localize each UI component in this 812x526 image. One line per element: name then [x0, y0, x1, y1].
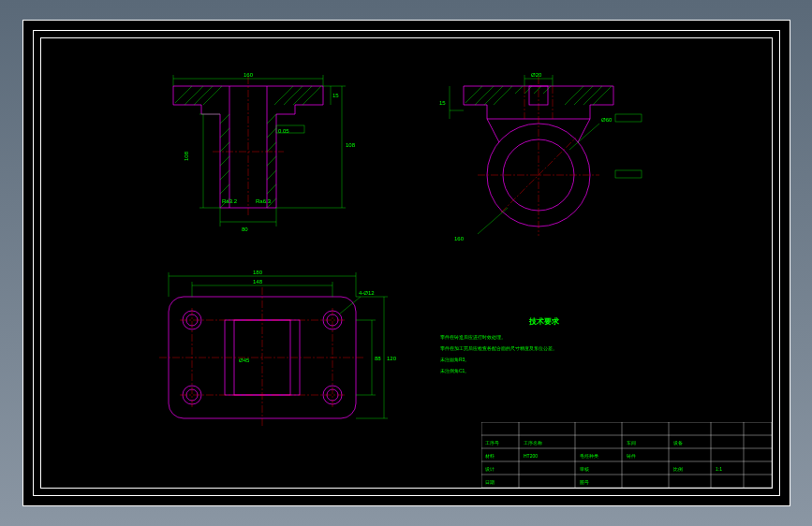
plan-view: 180 148 88 120 4-Ø12 Ø45 — [136, 269, 398, 446]
svg-line-47 — [574, 86, 593, 105]
svg-line-3 — [185, 86, 203, 105]
svg-line-13 — [220, 156, 229, 166]
svg-line-50 — [515, 86, 523, 94]
ra-2: Ra6.3 — [256, 198, 272, 204]
svg-line-22 — [267, 184, 276, 194]
side-view: Ø20 Ø60 160 15 — [436, 67, 651, 255]
svg-line-44 — [484, 86, 503, 105]
svg-line-2 — [175, 86, 192, 103]
tb-r1c1: 工序号 — [485, 440, 499, 446]
svg-line-20 — [267, 156, 276, 166]
svg-line-9 — [303, 86, 321, 105]
svg-line-52 — [534, 86, 541, 94]
title-block: 工序号 工序名称 车间 设备 材料 HT200 毛坯种类 铸件 设计 审核 比例… — [481, 422, 772, 488]
tb-r2c4: 铸件 — [626, 453, 636, 459]
svg-line-43 — [475, 86, 494, 105]
svg-line-48 — [583, 86, 602, 105]
notes-title: 技术要求 — [528, 317, 560, 326]
tb-r1c3: 车间 — [627, 440, 636, 446]
ra-1: Ra3.2 — [222, 198, 238, 204]
svg-line-66 — [478, 208, 508, 234]
svg-line-53 — [543, 86, 551, 94]
svg-line-6 — [274, 86, 293, 105]
svg-rect-68 — [615, 170, 642, 178]
dim-body: 80 — [242, 226, 248, 232]
dim-side-hole: Ø60 — [601, 117, 613, 123]
tb-r2c3: 毛坯种类 — [580, 453, 598, 459]
tb-r2c2: HT200 — [524, 453, 538, 459]
svg-line-46 — [565, 86, 583, 105]
tb-r2c1: 材料 — [484, 453, 495, 459]
svg-line-21 — [267, 170, 276, 180]
svg-line-18 — [267, 128, 276, 138]
svg-line-4 — [194, 86, 213, 105]
svg-line-5 — [203, 86, 222, 105]
tb-r3c2: 审核 — [580, 466, 589, 472]
notes-line3: 未注圆角R3。 — [440, 357, 469, 362]
tb-r4c1: 日期 — [485, 479, 495, 485]
tb-r3c4: 1:1 — [716, 466, 722, 472]
dim-side-h: 15 — [439, 100, 446, 106]
svg-line-12 — [220, 142, 229, 152]
dim-plan-w: 180 — [253, 270, 263, 275]
dim-plan-h: 120 — [387, 356, 397, 361]
dim-holes-h: 88 — [375, 356, 381, 361]
svg-line-14 — [220, 170, 229, 180]
drawing-sheet: 160 108 15 80 108 0.05 Ra3.2 Ra6.3 Ø20 Ø… — [22, 20, 790, 506]
dim-plan-hole: 4-Ø12 — [359, 290, 375, 296]
dim-plan-bore: Ø45 — [239, 358, 250, 363]
dim-flange: 15 — [332, 93, 339, 98]
notes-line2: 零件在加工完后应检查各配合面的尺寸精度及形位公差。 — [440, 345, 557, 351]
svg-line-15 — [220, 184, 229, 194]
svg-line-45 — [494, 86, 512, 105]
tb-r3c3: 比例 — [673, 466, 683, 472]
technical-notes: 技术要求 零件在铸造后应进行时效处理。 零件在加工完后应检查各配合面的尺寸精度及… — [436, 311, 698, 395]
notes-line1: 零件在铸造后应进行时效处理。 — [440, 334, 506, 340]
dim-top-width: 160 — [244, 72, 254, 78]
svg-line-17 — [267, 114, 276, 124]
front-view: 160 108 15 80 108 0.05 Ra3.2 Ra6.3 — [136, 67, 379, 245]
dim-side-flange: 160 — [454, 236, 465, 241]
dim-side-small: Ø20 — [531, 72, 542, 78]
dim-bore-h: 108 — [184, 151, 189, 161]
svg-line-11 — [220, 128, 229, 138]
tb-r1c2: 工序名称 — [524, 440, 542, 446]
svg-rect-67 — [615, 114, 642, 122]
svg-line-65 — [569, 124, 599, 150]
svg-line-98 — [340, 297, 361, 314]
svg-line-7 — [284, 86, 303, 105]
tb-r4c2: 图号 — [580, 479, 589, 485]
svg-line-8 — [293, 86, 312, 105]
svg-line-19 — [267, 142, 276, 152]
svg-line-49 — [593, 86, 612, 105]
dim-top-height: 108 — [346, 142, 356, 148]
notes-line4: 未注倒角C1。 — [440, 368, 469, 373]
svg-line-51 — [524, 86, 532, 94]
tb-r1c4: 设备 — [673, 440, 683, 446]
tb-r3c1: 设计 — [485, 466, 495, 472]
svg-line-10 — [220, 114, 229, 124]
svg-line-42 — [465, 86, 482, 103]
dim-holes-w: 148 — [253, 279, 263, 285]
